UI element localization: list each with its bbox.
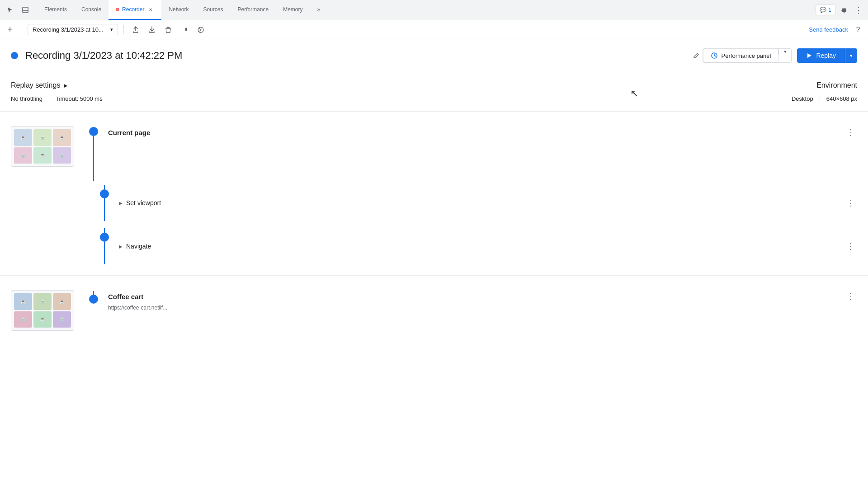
group1-timeline-line	[93, 136, 94, 181]
tab-bar: Elements Console Recorder ✕ Network Sour…	[0, 0, 868, 20]
chat-badge[interactable]: 💬 1	[816, 5, 835, 15]
viewport-dot	[100, 189, 109, 198]
group2-timeline-content: Coffee cart ⋮ https://coffee-cart.netlif…	[81, 290, 857, 311]
tab-more[interactable]: »	[310, 0, 328, 20]
settings-btn[interactable]	[837, 4, 850, 16]
timeout-value: Timeout: 5000 ms	[56, 95, 103, 102]
toolbar-right: Send feedback ?	[809, 23, 864, 36]
perf-chevron-icon: ▾	[784, 49, 787, 55]
group2-thumbnail: ☕ 🍵 ☕ 🍵 ☕ 🍵	[11, 290, 74, 331]
more-options-btn[interactable]: ⋮	[852, 4, 864, 16]
group1-timeline	[88, 127, 99, 181]
navigate-more-btn[interactable]: ⋮	[844, 240, 857, 253]
viewport-more-btn[interactable]: ⋮	[844, 197, 857, 209]
tab-recorder[interactable]: Recorder ✕	[108, 0, 161, 20]
perf-panel-label: Performance panel	[722, 52, 771, 59]
delete-btn[interactable]	[162, 23, 175, 36]
group2-thumbnail-area: ☕ 🍵 ☕ 🍵 ☕ 🍵	[11, 290, 81, 331]
export-btn[interactable]	[129, 23, 142, 36]
perf-panel-dropdown-btn[interactable]: ▾	[778, 49, 791, 55]
tab-memory-label: Memory	[283, 6, 302, 13]
tab-sources-label: Sources	[203, 6, 223, 13]
toolbar-sep-1	[22, 25, 22, 34]
edit-title-btn[interactable]	[690, 49, 703, 62]
dropdown-chevron-icon: ▾	[110, 27, 113, 33]
slow-replay-btn[interactable]	[194, 23, 207, 36]
group2-timeline-dot	[89, 295, 98, 304]
navigate-expand-arrow: ▶	[119, 244, 123, 249]
performance-panel-btn[interactable]: Performance panel	[703, 49, 779, 62]
tab-console-label: Console	[81, 6, 101, 13]
cursor-icon-btn[interactable]	[4, 4, 16, 16]
tab-recorder-close[interactable]: ✕	[147, 6, 154, 13]
chat-count: 1	[828, 7, 831, 13]
step-group-coffee-cart: ☕ 🍵 ☕ 🍵 ☕ 🍵	[0, 276, 868, 338]
navigate-label: Navigate	[126, 243, 844, 250]
tab-bar-icons	[4, 4, 37, 16]
toggle-panel-btn[interactable]	[19, 4, 32, 16]
group1-thumbnail: ☕ 🍵 ☕ 🍵 ☕ 🍵	[11, 126, 74, 167]
tab-sources[interactable]: Sources	[196, 0, 230, 20]
tab-network[interactable]: Network	[161, 0, 196, 20]
tab-bar-right: 💬 1 ⋮	[816, 4, 864, 16]
group2-url: https://coffee-cart.netlif...	[108, 305, 857, 311]
group1-title: Current page	[108, 129, 150, 136]
replay-dropdown-btn[interactable]: ▾	[845, 48, 857, 63]
tab-performance[interactable]: Performance	[230, 0, 276, 20]
recording-name-label: Recording 3/1/2023 at 10...	[33, 26, 104, 33]
group2-timeline	[88, 291, 99, 304]
more-vert-icon: ⋮	[854, 5, 862, 15]
help-icon: ?	[856, 26, 860, 34]
replay-label: Replay	[816, 52, 836, 59]
substep-navigate: ▶ Navigate ⋮	[88, 225, 868, 268]
send-feedback-link[interactable]: Send feedback	[809, 26, 848, 33]
group1-timeline-content: Current page ⋮	[81, 126, 857, 181]
viewport-content: ▶ Set viewport ⋮	[110, 197, 857, 209]
recording-header-actions: Performance panel ▾ Replay ▾	[703, 48, 857, 63]
replay-step-btn[interactable]	[178, 23, 191, 36]
group1-more-btn[interactable]: ⋮	[844, 126, 857, 139]
svg-rect-0	[23, 7, 28, 13]
add-recording-btn[interactable]: +	[4, 23, 16, 36]
recording-status-dot	[11, 52, 18, 59]
replay-btn[interactable]: Replay	[797, 48, 845, 63]
viewport-label: Set viewport	[126, 199, 844, 206]
group2-title: Coffee cart	[108, 293, 143, 300]
settings-right: Environment Desktop 640×608 px	[722, 81, 857, 102]
env-row: Desktop 640×608 px	[722, 95, 857, 102]
tab-recorder-label: Recorder	[122, 6, 144, 13]
step-group-current-page: ☕ 🍵 ☕ 🍵 ☕ 🍵	[0, 112, 868, 275]
tab-elements[interactable]: Elements	[37, 0, 74, 20]
recording-selector[interactable]: Recording 3/1/2023 at 10... ▾	[28, 24, 118, 35]
group1-timeline-dot	[89, 127, 98, 136]
group1-header-row: ☕ 🍵 ☕ 🍵 ☕ 🍵	[0, 119, 868, 181]
group2-header-row: ☕ 🍵 ☕ 🍵 ☕ 🍵	[0, 283, 868, 331]
env-type-value: Desktop	[792, 95, 813, 102]
settings-title-row[interactable]: Replay settings ▶	[11, 81, 722, 89]
tab-memory[interactable]: Memory	[276, 0, 310, 20]
group2-line-above	[93, 291, 94, 295]
env-title: Environment	[722, 81, 857, 89]
group1-thumbnail-area: ☕ 🍵 ☕ 🍵 ☕ 🍵	[11, 126, 81, 167]
more-tabs-icon: »	[317, 6, 321, 13]
env-divider	[820, 95, 820, 102]
settings-left: Replay settings ▶ No throttling Timeout:…	[11, 81, 722, 102]
group2-more-btn[interactable]: ⋮	[844, 290, 857, 303]
import-btn[interactable]	[146, 23, 158, 36]
tab-console[interactable]: Console	[74, 0, 108, 20]
settings-section: Replay settings ▶ No throttling Timeout:…	[0, 72, 868, 112]
settings-title-text: Replay settings	[11, 81, 60, 89]
replay-chevron-icon: ▾	[850, 53, 853, 59]
help-btn[interactable]: ?	[852, 23, 864, 36]
toolbar-sep-2	[123, 25, 124, 34]
recorder-recording-dot	[116, 8, 119, 11]
navigate-line-below	[104, 242, 105, 264]
settings-row: No throttling Timeout: 5000 ms	[11, 95, 722, 102]
viewport-line-below	[104, 198, 105, 221]
tab-performance-label: Performance	[237, 6, 269, 13]
navigate-content: ▶ Navigate ⋮	[110, 240, 857, 253]
recording-title: Recording 3/1/2023 at 10:42:22 PM	[25, 50, 686, 61]
chat-icon: 💬	[820, 7, 826, 13]
env-size-value: 640×608 px	[826, 95, 857, 102]
navigate-timeline	[99, 228, 110, 264]
